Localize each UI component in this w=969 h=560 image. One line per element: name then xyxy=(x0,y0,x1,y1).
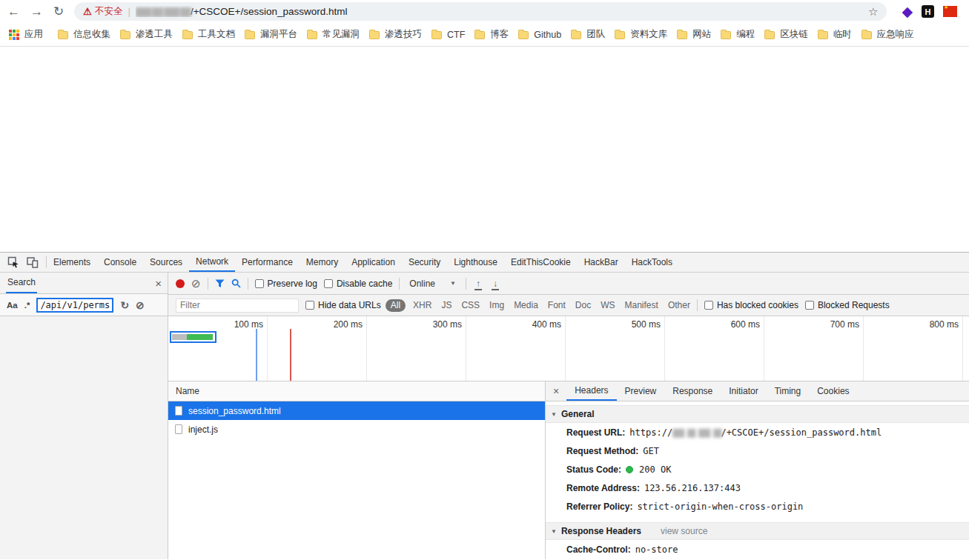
blocked-requests-checkbox[interactable]: Blocked Requests xyxy=(805,300,890,310)
type-filter-chip[interactable]: XHR xyxy=(413,300,431,310)
type-filter-chip[interactable]: Media xyxy=(514,300,538,310)
bookmark-label: Github xyxy=(534,30,561,40)
details-tab[interactable]: Timing xyxy=(767,381,810,401)
record-icon[interactable] xyxy=(176,279,185,288)
inspect-element-icon[interactable] xyxy=(7,256,19,268)
type-filter-chip[interactable]: All xyxy=(386,299,406,312)
type-filter-chip[interactable]: JS xyxy=(441,300,452,310)
devtools-tab[interactable]: Memory xyxy=(300,253,345,272)
bookmark-folder-item[interactable]: 区块链 xyxy=(764,28,808,41)
search-close-icon[interactable]: × xyxy=(155,277,162,290)
reload-icon[interactable]: ↻ xyxy=(53,5,64,18)
forward-icon[interactable]: → xyxy=(30,5,43,18)
devtools-tab[interactable]: Console xyxy=(97,253,143,272)
match-case-toggle[interactable]: Aa xyxy=(7,301,18,310)
preserve-log-checkbox[interactable]: Preserve log xyxy=(255,279,317,289)
bookmark-folder-item[interactable]: 信息收集 xyxy=(58,28,110,41)
hackbar-extension-icon[interactable]: H xyxy=(922,5,934,18)
search-clear-icon[interactable]: ⊘ xyxy=(136,299,145,311)
devtools-tab[interactable]: EditThisCookie xyxy=(504,253,578,272)
request-row[interactable]: inject.js xyxy=(168,420,545,439)
filter-icon[interactable] xyxy=(215,279,225,288)
bookmark-folder-item[interactable]: 常见漏洞 xyxy=(307,28,360,41)
name-column-header[interactable]: Name xyxy=(168,381,545,401)
devtools-tab[interactable]: HackTools xyxy=(625,253,679,272)
apps-shortcut[interactable]: 应用 xyxy=(9,28,43,41)
close-details-icon[interactable]: × xyxy=(546,381,566,401)
import-har-icon[interactable]: ↑ xyxy=(473,279,483,289)
folder-icon xyxy=(182,31,193,39)
bookmark-folder-item[interactable]: Github xyxy=(518,30,561,40)
bookmark-label: 团队 xyxy=(586,28,605,41)
request-details-panel: × Headers Preview Response Initiator xyxy=(546,381,969,559)
filter-input[interactable] xyxy=(176,299,299,313)
bookmark-folder-item[interactable]: 资料文库 xyxy=(615,28,667,41)
details-tab[interactable]: Response xyxy=(664,381,721,401)
remote-address-field: Remote Address: 123.56.216.137:443 xyxy=(546,479,969,497)
bookmark-star-icon[interactable]: ☆ xyxy=(868,5,878,19)
bookmark-folder-item[interactable]: 团队 xyxy=(571,28,605,41)
bookmark-folder-item[interactable]: 临时 xyxy=(818,28,852,41)
view-source-link[interactable]: view source xyxy=(661,526,707,536)
request-row[interactable]: session_password.html xyxy=(168,401,545,420)
bookmark-folder-item[interactable]: 博客 xyxy=(474,28,509,41)
folder-icon xyxy=(431,31,442,39)
details-tab[interactable]: Initiator xyxy=(721,381,766,401)
not-secure-chip[interactable]: ⚠ 不安全 xyxy=(83,5,122,18)
devtools-tab[interactable]: Application xyxy=(345,253,402,272)
type-filter-chip[interactable]: CSS xyxy=(461,300,480,310)
network-search-icon[interactable] xyxy=(231,279,241,288)
details-tab[interactable]: Headers xyxy=(566,381,616,401)
bookmarks-bar: 应用 信息收集 渗透工具 工具文档 xyxy=(0,23,969,46)
devtools-tab[interactable]: Security xyxy=(402,253,447,272)
type-filter-chip[interactable]: Font xyxy=(548,300,566,310)
field-label: Status Code: xyxy=(566,464,621,475)
address-bar[interactable]: ⚠ 不安全 | ███ ██ ███ ██/+CSCOE+/session_pa… xyxy=(74,2,887,21)
devtools-tab[interactable]: Elements xyxy=(47,253,97,272)
type-filter-chip[interactable]: Img xyxy=(489,300,504,310)
network-overview-timeline[interactable]: 100 ms 200 ms 300 ms 400 ms 500 ms 600 m… xyxy=(168,316,969,381)
has-blocked-cookies-checkbox[interactable]: Has blocked cookies xyxy=(704,300,798,310)
general-section-header[interactable]: ▼ General xyxy=(546,405,969,423)
devtools-tab[interactable]: Performance xyxy=(235,253,300,272)
devtools-tab[interactable]: Network xyxy=(189,253,235,272)
bookmark-folder-item[interactable]: 渗透技巧 xyxy=(369,28,422,41)
type-filter-chip[interactable]: Other xyxy=(668,300,690,310)
devtools-tab[interactable]: Sources xyxy=(143,253,189,272)
search-input[interactable] xyxy=(36,298,113,313)
checkbox-icon xyxy=(255,279,264,288)
devtools-tab[interactable]: Lighthouse xyxy=(447,253,504,272)
hide-data-urls-label: Hide data URLs xyxy=(318,300,381,310)
disable-cache-checkbox[interactable]: Disable cache xyxy=(324,279,392,289)
search-pane: Search × Aa .* ↻ ⊘ xyxy=(0,273,168,559)
devtools-tab[interactable]: HackBar xyxy=(578,253,625,272)
type-filter-chip[interactable]: Manifest xyxy=(625,300,658,310)
bookmark-folder-item[interactable]: 漏洞平台 xyxy=(245,28,297,41)
bookmark-folder-item[interactable]: 渗透工具 xyxy=(120,28,173,41)
folder-icon xyxy=(818,31,828,39)
details-tab[interactable]: Preview xyxy=(617,381,665,401)
throttling-dropdown[interactable]: Online ▼ xyxy=(406,279,459,289)
folder-icon xyxy=(369,31,380,39)
purple-diamond-extension-icon[interactable]: ◆ xyxy=(902,4,913,19)
bookmark-folder-item[interactable]: 工具文档 xyxy=(182,28,235,41)
clear-network-log-icon[interactable]: ⊘ xyxy=(191,277,201,290)
bookmark-folder-item[interactable]: 编程 xyxy=(721,28,755,41)
bookmark-folder-item[interactable]: 应急响应 xyxy=(861,28,914,41)
details-tab[interactable]: Cookies xyxy=(809,381,857,401)
type-filter-chip[interactable]: Doc xyxy=(575,300,591,310)
export-har-icon[interactable]: ↓ xyxy=(490,279,500,289)
overview-selected-request-bar[interactable] xyxy=(170,331,216,343)
hide-data-urls-checkbox[interactable]: Hide data URLs xyxy=(305,300,381,310)
regex-toggle[interactable]: .* xyxy=(24,301,30,310)
bookmark-folder-item[interactable]: CTF xyxy=(431,30,465,40)
bookmark-folder-item[interactable]: 网站 xyxy=(677,28,711,41)
type-filter-chip[interactable]: WS xyxy=(601,300,615,310)
response-headers-section-header[interactable]: ▼ Response Headers view source xyxy=(546,522,969,540)
back-icon[interactable]: ← xyxy=(7,5,20,18)
flag-extension-icon[interactable] xyxy=(943,6,957,17)
checkbox-icon xyxy=(805,301,814,310)
device-toolbar-icon[interactable] xyxy=(27,256,39,268)
search-refresh-icon[interactable]: ↻ xyxy=(120,299,129,311)
field-value: 123.56.216.137:443 xyxy=(644,483,741,493)
